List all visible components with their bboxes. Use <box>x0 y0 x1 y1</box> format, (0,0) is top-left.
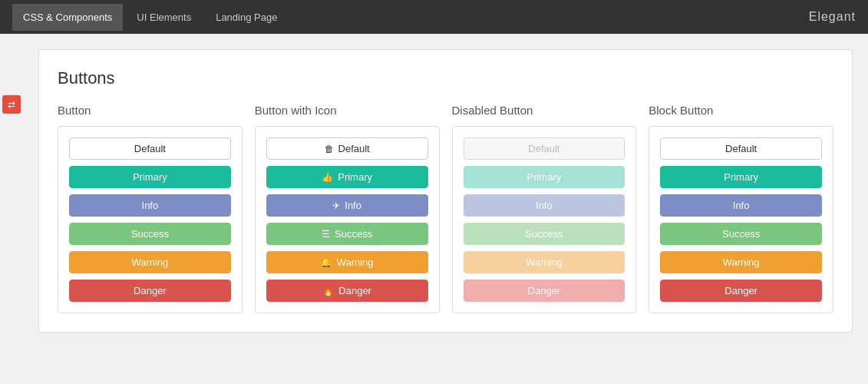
share-icon[interactable]: ⇄ <box>2 95 21 114</box>
btn-success-3[interactable]: ☰Success <box>266 223 428 245</box>
btn-icon-1-0: 🗑 <box>325 144 334 154</box>
btn-label-1-4: Warning <box>337 257 374 268</box>
btn-label-2-3: Success <box>525 228 563 240</box>
btn-primary-1[interactable]: Primary <box>69 166 231 188</box>
btn-group-0: DefaultPrimaryInfoSuccessWarningDanger <box>58 126 243 313</box>
nav-item-ui[interactable]: UI Elements <box>126 4 202 31</box>
btn-disabled-info-2: Info <box>464 194 625 217</box>
col-title-2: Disabled Button <box>452 104 637 117</box>
btn-icon-1-4: 🔔 <box>321 257 332 268</box>
btn-label-3-5: Danger <box>724 285 757 296</box>
btn-default-0[interactable]: Default <box>660 137 822 160</box>
btn-warning-4[interactable]: Warning <box>69 251 231 273</box>
sidebar: ⇄ <box>0 34 23 114</box>
btn-label-2-2: Info <box>536 200 553 211</box>
btn-danger-5[interactable]: 🔥Danger <box>266 280 428 302</box>
navbar: CSS & Components UI Elements Landing Pag… <box>0 0 868 34</box>
btn-group-2: DefaultPrimaryInfoSuccessWarningDanger <box>452 126 637 313</box>
btn-default-0[interactable]: Default <box>69 137 231 160</box>
btn-label-3-2: Info <box>733 200 750 211</box>
btn-label-2-1: Primary <box>526 171 561 183</box>
navbar-left: CSS & Components UI Elements Landing Pag… <box>12 4 288 31</box>
col-title-1: Button with Icon <box>255 104 440 117</box>
btn-label-0-0: Default <box>134 143 166 154</box>
btn-label-2-5: Danger <box>528 285 561 296</box>
btn-disabled-default-0: Default <box>464 137 625 160</box>
btn-label-1-1: Primary <box>338 171 372 183</box>
btn-warning-4[interactable]: 🔔Warning <box>266 251 428 273</box>
btn-icon-1-1: 👍 <box>322 172 333 183</box>
btn-label-0-1: Primary <box>133 171 167 183</box>
column-1: Button with Icon🗑Default👍Primary✈Info☰Su… <box>255 104 440 313</box>
btn-label-0-5: Danger <box>134 285 167 296</box>
page-title: Buttons <box>58 68 833 88</box>
btn-icon-1-2: ✈ <box>332 200 340 211</box>
nav-item-landing[interactable]: Landing Page <box>205 4 288 31</box>
navbar-brand: Elegant <box>809 10 856 24</box>
btn-label-3-0: Default <box>725 143 757 154</box>
col-title-3: Block Button <box>649 104 833 117</box>
btn-disabled-warning-4: Warning <box>464 251 625 273</box>
btn-icon-1-5: 🔥 <box>322 286 334 296</box>
btn-disabled-primary-1: Primary <box>464 166 625 188</box>
column-3: Block ButtonDefaultPrimaryInfoSuccessWar… <box>649 104 833 313</box>
btn-disabled-success-3: Success <box>464 223 625 245</box>
btn-label-3-4: Warning <box>723 257 760 268</box>
btn-group-1: 🗑Default👍Primary✈Info☰Success🔔Warning🔥Da… <box>255 126 440 313</box>
btn-label-2-0: Default <box>528 143 559 154</box>
btn-danger-5[interactable]: Danger <box>69 280 231 302</box>
buttons-card: Buttons ButtonDefaultPrimaryInfoSuccessW… <box>38 49 853 333</box>
btn-success-3[interactable]: Success <box>660 223 822 245</box>
btn-label-0-3: Success <box>131 228 169 240</box>
btn-label-3-3: Success <box>722 228 760 240</box>
main-content: Buttons ButtonDefaultPrimaryInfoSuccessW… <box>23 34 868 348</box>
btn-label-0-4: Warning <box>131 257 168 268</box>
column-0: ButtonDefaultPrimaryInfoSuccessWarningDa… <box>58 104 243 313</box>
btn-info-2[interactable]: ✈Info <box>266 194 428 217</box>
button-columns: ButtonDefaultPrimaryInfoSuccessWarningDa… <box>58 104 833 313</box>
btn-group-3: DefaultPrimaryInfoSuccessWarningDanger <box>649 126 833 313</box>
btn-label-1-3: Success <box>335 228 372 240</box>
btn-label-2-4: Warning <box>526 257 563 268</box>
btn-label-1-0: Default <box>338 143 370 154</box>
btn-primary-1[interactable]: 👍Primary <box>266 166 428 188</box>
btn-primary-1[interactable]: Primary <box>660 166 822 188</box>
btn-label-3-1: Primary <box>724 171 758 183</box>
btn-warning-4[interactable]: Warning <box>660 251 822 273</box>
btn-danger-5[interactable]: Danger <box>660 280 822 302</box>
nav-item-css[interactable]: CSS & Components <box>12 4 123 31</box>
btn-label-1-2: Info <box>345 200 361 211</box>
btn-label-0-2: Info <box>142 200 159 211</box>
btn-success-3[interactable]: Success <box>69 223 231 245</box>
col-title-0: Button <box>58 104 243 117</box>
btn-info-2[interactable]: Info <box>660 194 822 217</box>
btn-label-1-5: Danger <box>338 285 371 296</box>
btn-icon-1-3: ☰ <box>322 229 330 240</box>
btn-disabled-danger-5: Danger <box>464 280 625 302</box>
btn-info-2[interactable]: Info <box>69 194 231 217</box>
btn-default-0[interactable]: 🗑Default <box>266 137 428 160</box>
column-2: Disabled ButtonDefaultPrimaryInfoSuccess… <box>452 104 637 313</box>
